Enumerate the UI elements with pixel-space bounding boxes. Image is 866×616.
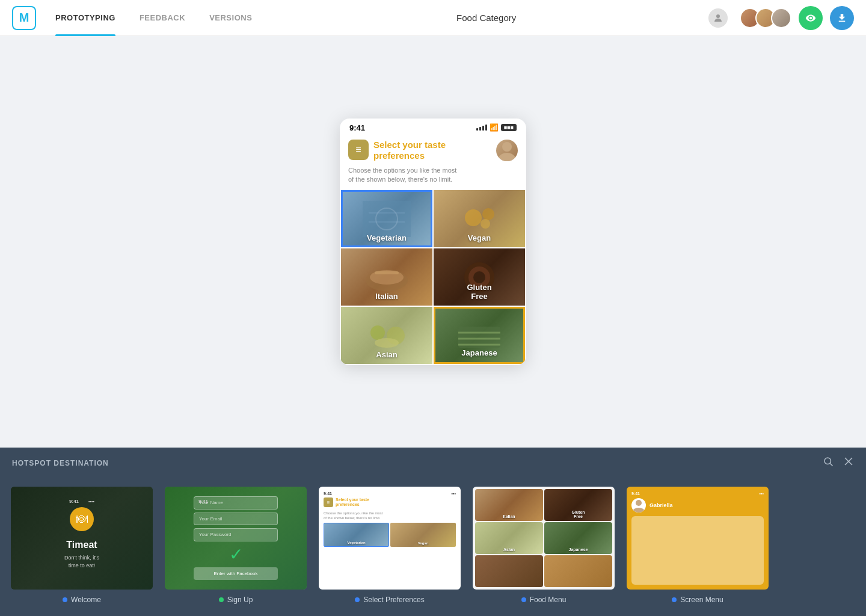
tab-versions[interactable]: VERSIONS (197, 0, 264, 36)
food-item-italian[interactable]: Italian (341, 248, 432, 306)
vegetarian-label: Vegetarian (341, 233, 432, 242)
avatar-3 (771, 8, 791, 28)
thumb-prefs-card[interactable]: 9:41 ▪▪▪ ≡ Select your tastepreferences … (318, 485, 462, 591)
svg-point-16 (370, 325, 385, 340)
thumb-signup-label: Sign Up (219, 596, 253, 604)
thumbnails-row: 9:41 ▪▪▪▪ 🍽 Timeat Don't think, it'stime… (0, 478, 866, 616)
header-left: ≡ Select your tastepreferences (348, 140, 446, 161)
close-icon[interactable] (843, 456, 854, 470)
food-item-vegan[interactable]: Vegan (434, 190, 525, 247)
thumb-signup-card[interactable]: 9:41 Your Name Your Email Your Password … (164, 485, 308, 591)
mobile-header: ≡ Select your tastepreferences (340, 135, 526, 165)
screen-menu-header: Gabriella (631, 498, 764, 513)
gluten-label: GlutenFree (434, 283, 525, 301)
prefs-preview: 9:41 ▪▪▪ ≡ Select your tastepreferences … (319, 487, 461, 590)
thumb-vegan-cell: Vegan (390, 523, 456, 547)
thumb-food-menu-label: Food Menu (521, 596, 567, 604)
signup-dot (219, 597, 224, 602)
food-grid: Vegetarian Vegan Italian (340, 190, 526, 365)
screen-menu-dot (672, 597, 677, 602)
food-item-vegetarian[interactable]: Vegetarian (341, 190, 432, 247)
thumb-extra1 (475, 555, 543, 587)
hotspot-title: HOTSPOT DESTINATION (12, 459, 109, 467)
logo-icon[interactable]: M (12, 6, 36, 30)
food-item-japanese[interactable]: Japanese (434, 307, 525, 364)
food-item-gluten[interactable]: GlutenFree (434, 248, 525, 306)
nav-right (708, 6, 854, 30)
food-item-asian[interactable]: Asian (341, 307, 432, 364)
logo-area: M PROTOTYPING FEEDBACK VERSIONS (12, 0, 264, 36)
thumb-welcome[interactable]: 9:41 ▪▪▪▪ 🍽 Timeat Don't think, it'stime… (10, 485, 154, 604)
thumb-prefs-label: Select Preferences (355, 596, 424, 604)
checkmark-icon: ✓ (229, 544, 243, 564)
thumb-sub-text: Choose the options you like the mostof t… (324, 511, 456, 521)
svg-point-9 (481, 219, 490, 229)
search-icon[interactable] (823, 456, 834, 470)
battery-icon: ■■■ (501, 124, 517, 131)
thumb-veg: Vegetarian (324, 523, 389, 547)
thumb-screen-menu-label: Screen Menu (672, 596, 723, 604)
svg-point-23 (825, 458, 831, 464)
page-title: Food Category (264, 13, 708, 23)
thumb-pref-title: Select your tastepreferences (336, 497, 369, 508)
thumb-screen-menu[interactable]: 9:41 ▪▪▪ Gabriella Screen Menu (625, 485, 770, 604)
nav-tabs: PROTOTYPING FEEDBACK VERSIONS (43, 0, 264, 36)
user-profile-icon[interactable] (708, 8, 728, 28)
vegan-label: Vegan (434, 233, 525, 242)
thumb-signup[interactable]: 9:41 Your Name Your Email Your Password … (164, 485, 308, 604)
thumb-gluten: GlutenFree (544, 489, 612, 521)
svg-point-27 (636, 500, 642, 506)
thumb-menu-icon: ≡ (324, 497, 333, 507)
canvas-area: 9:41 📶 ■■■ ≡ Select your tasteprefer (0, 36, 866, 448)
header-title: Select your tastepreferences (373, 140, 446, 161)
tab-prototyping[interactable]: PROTOTYPING (43, 0, 127, 36)
user-avatar[interactable] (496, 140, 518, 161)
asian-label: Asian (341, 350, 432, 359)
tab-feedback[interactable]: FEEDBACK (127, 0, 197, 36)
thumb-welcome-card[interactable]: 9:41 ▪▪▪▪ 🍽 Timeat Don't think, it'stime… (10, 485, 154, 591)
welcome-preview: 9:41 ▪▪▪▪ 🍽 Timeat Don't think, it'stime… (11, 487, 153, 590)
vegetarian-bg (341, 190, 432, 247)
avatar-image (496, 140, 518, 161)
prefs-header-thumb: ≡ Select your tastepreferences (324, 497, 456, 508)
welcome-food-icon: 🍽 (70, 507, 94, 531)
facebook-btn-thumb: Enter with Facebook (194, 567, 278, 580)
japanese-label: Japanese (435, 348, 523, 357)
hotspot-actions (823, 456, 854, 470)
signup-preview: 9:41 Your Name Your Email Your Password … (165, 487, 307, 590)
svg-point-28 (633, 508, 645, 513)
svg-point-8 (482, 208, 494, 220)
thumb-screen-menu-card[interactable]: 9:41 ▪▪▪ Gabriella (625, 485, 770, 591)
thumb-food-menu[interactable]: Italian GlutenFree Asian Japanese Food M… (471, 485, 616, 604)
svg-point-0 (716, 14, 720, 18)
thumb-prefs[interactable]: 9:41 ▪▪▪ ≡ Select your tastepreferences … (318, 485, 462, 604)
svg-point-1 (502, 142, 512, 152)
export-button[interactable] (830, 6, 854, 30)
svg-point-18 (375, 338, 399, 348)
screen-menu-preview: 9:41 ▪▪▪ Gabriella (627, 487, 769, 590)
screen-menu-name: Gabriella (650, 502, 673, 508)
main-content: 9:41 📶 ■■■ ≡ Select your tasteprefer (0, 36, 866, 616)
collaborators-avatars (740, 8, 791, 28)
menu-button[interactable]: ≡ (348, 140, 369, 160)
svg-point-2 (499, 153, 515, 161)
italian-label: Italian (341, 292, 432, 301)
svg-rect-3 (363, 201, 411, 237)
thumb-extra2 (544, 555, 612, 587)
prefs-dot (355, 597, 360, 602)
thumb-food-menu-card[interactable]: Italian GlutenFree Asian Japanese (471, 485, 616, 591)
status-time: 9:41 (349, 123, 365, 132)
thumb-welcome-label: Welcome (63, 596, 101, 604)
svg-line-24 (830, 463, 832, 466)
svg-point-6 (376, 208, 398, 230)
thumb-prefs-grid: Vegetarian Vegan (324, 523, 456, 547)
food-menu-preview: Italian GlutenFree Asian Japanese (473, 487, 615, 590)
mobile-subtitle: Choose the options you like the mostof t… (340, 165, 526, 191)
mobile-mockup: 9:41 📶 ■■■ ≡ Select your tasteprefer (340, 119, 526, 366)
status-icons: 📶 ■■■ (476, 123, 517, 132)
top-nav: M PROTOTYPING FEEDBACK VERSIONS Food Cat… (0, 0, 866, 36)
preview-button[interactable] (799, 6, 823, 30)
food-menu-dot (521, 597, 526, 602)
hotspot-panel: HOTSPOT DESTINATION (0, 448, 866, 478)
thumb-asian: Asian (475, 522, 543, 554)
